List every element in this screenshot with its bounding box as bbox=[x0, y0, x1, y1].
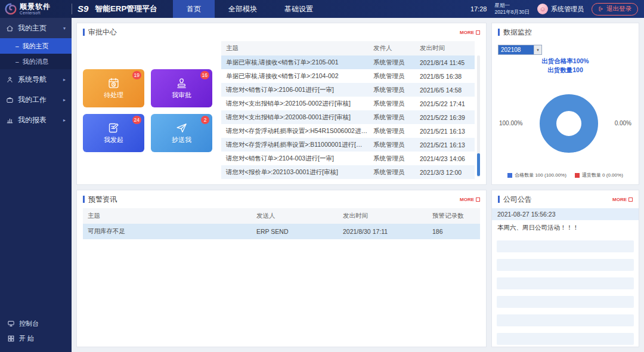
announcement-placeholder-row bbox=[497, 277, 634, 289]
ship-qty-text: 出货数量100 bbox=[498, 66, 633, 75]
announcement-datetime[interactable]: 2021-08-27 15:56:23 bbox=[492, 208, 639, 220]
row-time: 2021/6/5 14:58 bbox=[420, 87, 475, 94]
logout-button[interactable]: 退出登录 bbox=[592, 3, 638, 16]
date-block: 星期一 2021年8月30日 bbox=[494, 2, 530, 16]
row-time: 2021/4/23 14:06 bbox=[420, 155, 475, 162]
top-bar: 顺景软件 Centersoft S9 智能ERP管理平台 首页 全部模块 基础设… bbox=[0, 0, 644, 18]
announcement-placeholder-row bbox=[497, 333, 634, 345]
legend-item-returned: 退货数量 0 (0.00%) bbox=[575, 172, 623, 178]
announcement-text[interactable]: 本周六、周日公司活动！！！ bbox=[492, 220, 639, 234]
sidebar-item-my-work[interactable]: 我的工作 ▸ bbox=[0, 89, 72, 110]
announcement-placeholder-row bbox=[497, 314, 634, 326]
alert-sender: ERP SEND bbox=[256, 228, 343, 235]
announcement-placeholder-row bbox=[497, 296, 634, 308]
my-approvals-badge: 16 bbox=[200, 71, 209, 79]
row-sender: 系统管理员 bbox=[373, 100, 420, 108]
my-approvals-tile[interactable]: 16 我审批 bbox=[151, 69, 212, 107]
clock-document-icon bbox=[107, 77, 120, 89]
approval-table-header: 主题 发件人 发出时间 bbox=[221, 41, 475, 55]
pending-tile[interactable]: 19 待处理 bbox=[83, 69, 144, 107]
chevron-right-icon: ▸ bbox=[63, 77, 66, 82]
row-time: 2021/8/5 16:38 bbox=[420, 73, 475, 80]
row-time: 2021/3/3 12:00 bbox=[420, 169, 475, 176]
row-subject: 请您对<支出报销单>:202105-0002进行[审核] bbox=[221, 100, 373, 108]
sidebar-subitem-my-messages[interactable]: 我的消息 bbox=[0, 54, 72, 69]
panel-title-approval: 审批中心 bbox=[83, 29, 117, 36]
console-button[interactable]: 控制台 bbox=[0, 316, 72, 331]
row-subject: 单据已审核,请接收<销售订单>:2105-001 bbox=[221, 58, 373, 67]
cc-to-me-tile[interactable]: 2 抄送我 bbox=[151, 114, 212, 152]
alerts-table: 主题 发送人 发出时间 预警记录数 可用库存不足 ERP SEND 2021/8… bbox=[77, 208, 486, 244]
period-select[interactable]: 202108 ▾ bbox=[498, 45, 542, 55]
table-row[interactable]: 请您对<支出报销单>:202105-0002进行[审核] 系统管理员 2021/… bbox=[221, 97, 475, 110]
period-select-value: 202108 bbox=[499, 45, 534, 54]
nav-basic-settings[interactable]: 基础设置 bbox=[271, 0, 327, 18]
approval-more-link[interactable]: MORE bbox=[460, 30, 480, 35]
edit-document-icon bbox=[107, 122, 120, 134]
row-sender: 系统管理员 bbox=[373, 127, 420, 135]
avatar-face-icon: ☺ bbox=[539, 5, 546, 13]
logo-en: Centersoft bbox=[20, 11, 51, 16]
row-time: 2021/8/14 11:45 bbox=[420, 59, 475, 66]
user-box[interactable]: ☺ 系统管理员 bbox=[537, 4, 584, 14]
panel-title-announcements: 公司公告 bbox=[498, 196, 532, 203]
alert-subject: 可用库存不足 bbox=[83, 227, 256, 236]
grid-icon bbox=[7, 335, 15, 342]
legend-swatch-red bbox=[575, 173, 580, 178]
table-row[interactable]: 单据已审核,请接收<销售订单>:2104-002 系统管理员 2021/8/5 … bbox=[221, 69, 475, 83]
alerts-more-link[interactable]: MORE bbox=[460, 197, 480, 202]
pass-rate-text: 出货合格率100% bbox=[498, 57, 633, 66]
more-icon bbox=[476, 30, 480, 35]
initiated-by-me-tile[interactable]: 24 我发起 bbox=[83, 114, 144, 152]
alert-count: 186 bbox=[432, 228, 480, 235]
alert-row[interactable]: 可用库存不足 ERP SEND 2021/8/30 17:11 186 bbox=[83, 224, 480, 239]
announcement-placeholder-row bbox=[497, 259, 634, 271]
table-row[interactable]: 请您对<支出报销单>:202008-0001进行[审核] 系统管理员 2021/… bbox=[221, 110, 475, 124]
table-row[interactable]: 请您对<存货浮动耗损率设置>:H54R1S006002进行[审核] 系统管理员 … bbox=[221, 124, 475, 138]
sidebar-item-system-nav[interactable]: 系统导航 ▸ bbox=[0, 69, 72, 89]
nav-home[interactable]: 首页 bbox=[173, 0, 215, 18]
scrollbar-thumb[interactable] bbox=[477, 153, 480, 176]
alerts-panel: 预警资讯 MORE 主题 发送人 发出时间 预警记录数 可用库存不足 ERP S… bbox=[76, 190, 487, 347]
scrollbar-track[interactable] bbox=[477, 55, 480, 177]
panel-title-monitor: 数据监控 bbox=[498, 29, 532, 36]
table-row[interactable]: 请您对<销售订单>:2106-001进行[一审] 系统管理员 2021/6/5 … bbox=[221, 83, 475, 97]
pending-badge: 19 bbox=[132, 71, 141, 79]
logo: 顺景软件 Centersoft bbox=[0, 3, 72, 16]
row-time: 2021/5/22 17:41 bbox=[420, 100, 475, 107]
app-title: 智能ERP管理平台 bbox=[95, 4, 157, 14]
row-subject: 请您对<存货浮动耗损率设置>:H54R1S006002进行[审核] bbox=[221, 127, 373, 135]
sidebar: 我的主页 ▾ 我的主页 我的消息 系统导航 ▸ 我的工作 ▸ 我的报表 ▸ bbox=[0, 18, 72, 352]
alert-time: 2021/8/30 17:11 bbox=[343, 228, 432, 235]
initiated-badge: 24 bbox=[132, 116, 141, 124]
start-button[interactable]: 开 始 bbox=[0, 331, 72, 346]
table-row[interactable]: 请您对<存货浮动耗损率设置>:B11000001进行[审核] 系统管理员 202… bbox=[221, 138, 475, 152]
avatar[interactable]: ☺ bbox=[537, 4, 548, 14]
donut-right-label: 0.00% bbox=[615, 120, 631, 126]
chart-legend: 合格数量 100 (100.00%) 退货数量 0 (0.00%) bbox=[498, 172, 633, 181]
sidebar-item-my-home[interactable]: 我的主页 ▾ bbox=[0, 18, 72, 38]
brand-swirl-icon bbox=[5, 3, 17, 15]
row-subject: 请您对<销售订单>:2106-001进行[一审] bbox=[221, 86, 373, 94]
shipment-stats: 出货合格率100% 出货数量100 bbox=[498, 57, 633, 75]
logout-icon bbox=[598, 6, 604, 12]
table-row[interactable]: 请您对<销售订单>:2104-003进行[一审] 系统管理员 2021/4/23… bbox=[221, 152, 475, 165]
row-subject: 请您对<报价单>:202103-0001进行[审核] bbox=[221, 168, 373, 177]
stamp-icon bbox=[175, 77, 188, 89]
briefcase-icon bbox=[6, 96, 14, 104]
announcements-more-link[interactable]: MORE bbox=[612, 197, 633, 202]
chevron-right-icon: ▸ bbox=[63, 118, 66, 123]
product-code: S9 bbox=[72, 4, 94, 14]
sidebar-item-my-reports[interactable]: 我的报表 ▸ bbox=[0, 110, 72, 130]
logo-cn: 顺景软件 bbox=[20, 3, 51, 10]
nav-all-modules[interactable]: 全部模块 bbox=[215, 0, 271, 18]
table-row[interactable]: 单据已审核,请接收<销售订单>:2105-001 系统管理员 2021/8/14… bbox=[221, 55, 475, 69]
table-row[interactable]: 请您对<报价单>:202103-0001进行[审核] 系统管理员 2021/3/… bbox=[221, 165, 475, 179]
clock-time: 17:28 bbox=[470, 5, 487, 13]
username: 系统管理员 bbox=[551, 5, 584, 14]
sidebar-subitem-my-home[interactable]: 我的主页 bbox=[0, 38, 72, 54]
announcements-panel: 公司公告 MORE 2021-08-27 15:56:23 本周六、周日公司活动… bbox=[491, 190, 639, 347]
row-time: 2021/5/21 16:13 bbox=[420, 128, 475, 135]
row-time: 2021/5/21 16:13 bbox=[420, 141, 475, 149]
announcement-placeholder-list bbox=[492, 234, 639, 347]
